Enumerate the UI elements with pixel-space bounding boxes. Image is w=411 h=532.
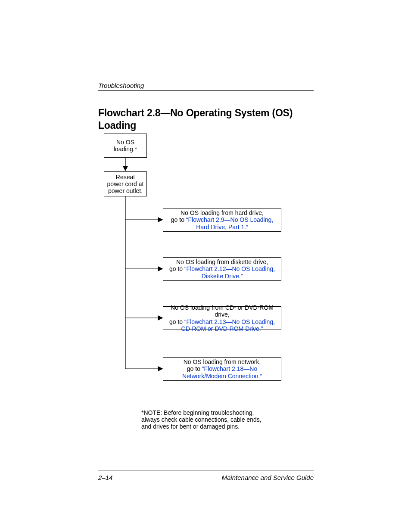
node-hd: No OS loading from hard drive, go to “Fl… (163, 208, 281, 232)
node-reseat: Reseat power cord at power outlet. (104, 171, 147, 196)
node-cd-mid: go to (169, 318, 184, 325)
doc-title: Maintenance and Service Guide (222, 474, 314, 481)
page-number: 2–14 (98, 474, 112, 481)
node-start-line2: loading.* (114, 146, 137, 152)
node-reseat-line3: power outlet. (108, 187, 143, 194)
footnote: *NOTE: Before beginning troubleshooting,… (141, 409, 263, 430)
node-net: No OS loading from network, go to “Flowc… (163, 357, 281, 381)
node-hd-mid: go to (171, 216, 186, 223)
node-cd-link[interactable]: “Flowchart 2.13—No OS Loading, CD-ROM or… (181, 318, 275, 332)
node-reseat-line2: power cord at (107, 180, 144, 187)
node-start: No OS loading.* (104, 134, 147, 158)
node-hd-pre: No OS loading from hard drive, (181, 209, 264, 216)
node-hd-link[interactable]: “Flowchart 2.9—No OS Loading, Hard Drive… (186, 216, 273, 230)
node-reseat-line1: Reseat (116, 174, 135, 180)
node-disk-link[interactable]: “Flowchart 2.12—No OS Loading, Diskette … (184, 265, 275, 279)
node-disk: No OS loading from diskette drive, go to… (163, 257, 281, 281)
node-net-mid: go to (187, 365, 202, 372)
node-start-line1: No OS (116, 139, 134, 146)
running-header: Troubleshooting (98, 82, 144, 89)
node-cd: No OS loading from CD- or DVD-ROM drive,… (163, 306, 281, 330)
page-title: Flowchart 2.8—No Operating System (OS) L… (98, 107, 314, 132)
node-disk-mid: go to (169, 265, 184, 272)
node-disk-pre: No OS loading from diskette drive, (176, 258, 268, 265)
footer-rule (98, 470, 314, 470)
page: Troubleshooting Flowchart 2.8—No Operati… (0, 0, 411, 532)
node-cd-pre: No OS loading from CD- or DVD-ROM drive, (171, 304, 274, 318)
header-rule (98, 90, 314, 91)
flowchart: No OS loading.* Reseat power cord at pow… (98, 134, 314, 435)
node-net-pre: No OS loading from network, (184, 358, 261, 365)
